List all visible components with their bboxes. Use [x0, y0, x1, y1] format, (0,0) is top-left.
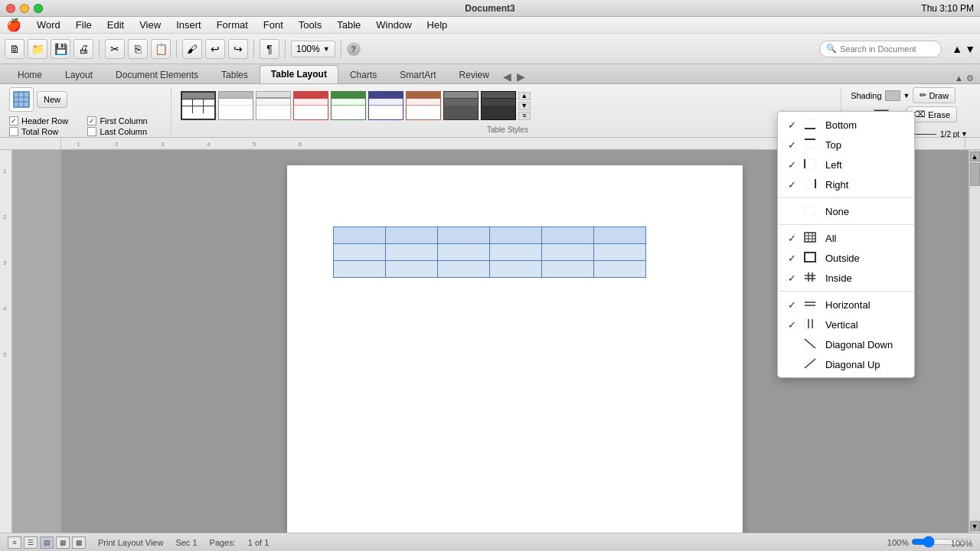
style-nav-down[interactable]: ▼	[518, 102, 531, 110]
toolbar-save[interactable]: 💾	[51, 39, 70, 59]
style-swatch-4[interactable]	[293, 91, 328, 120]
ribbon-toggle[interactable]: ▲	[955, 73, 963, 83]
svg-text:4: 4	[207, 141, 211, 148]
tab-charts[interactable]: Charts	[338, 66, 388, 83]
maximize-button[interactable]	[34, 4, 43, 13]
search-input[interactable]	[840, 44, 932, 54]
first-column-checkbox[interactable]: First Column	[87, 116, 164, 126]
scrollbar-v[interactable]: ▲ ▼	[969, 150, 980, 533]
menu-item-diagonal-down[interactable]: Diagonal Down	[778, 334, 914, 354]
zoom-control[interactable]: 100% ▼	[291, 41, 335, 57]
svg-text:5: 5	[253, 141, 256, 148]
total-row-checkbox[interactable]: Total Row	[9, 127, 86, 136]
new-button[interactable]: New	[37, 91, 67, 108]
toolbar-new[interactable]: 🗎	[5, 39, 24, 59]
close-button[interactable]	[6, 4, 15, 13]
window-title: Document3	[465, 3, 514, 14]
line-weight-arrow[interactable]: ▼	[961, 130, 968, 138]
menu-item-inside[interactable]: ✓ Inside	[778, 268, 914, 288]
style-swatch-5[interactable]	[331, 91, 366, 120]
toolbar-copy[interactable]: ⎘	[128, 39, 148, 59]
last-column-checkbox[interactable]: Last Column	[87, 127, 164, 136]
menu-window[interactable]: Window	[370, 18, 417, 32]
menu-item-vertical[interactable]: ✓ Vertical	[778, 315, 914, 334]
style-swatch-1[interactable]	[181, 91, 216, 120]
search-box[interactable]: 🔍	[819, 41, 942, 57]
tab-tables[interactable]: Tables	[210, 66, 260, 83]
scroll-up-btn[interactable]: ▲	[970, 152, 980, 161]
menu-item-horizontal[interactable]: ✓ Horizontal	[778, 295, 914, 315]
toolbar-undo[interactable]: ↩	[205, 39, 225, 59]
menu-item-outside[interactable]: ✓ Outside	[778, 248, 914, 268]
tab-table-layout[interactable]: Table Layout	[260, 65, 338, 83]
style-swatch-9[interactable]	[481, 91, 516, 120]
menu-format[interactable]: Format	[211, 18, 254, 32]
status-bar: ≡ ☰ ▤ ▦ ▩ Print Layout View Sec 1 Pages:…	[0, 533, 980, 551]
status-sec: Sec 1	[175, 538, 197, 547]
tab-review[interactable]: Review	[448, 66, 501, 83]
draw-button[interactable]: ✏ Draw	[913, 87, 956, 103]
scroll-down-btn[interactable]: ▼	[970, 521, 980, 531]
view-btn-1[interactable]: ≡	[8, 536, 21, 549]
ribbon-options[interactable]: ⚙	[966, 73, 974, 83]
toolbar-format-painter[interactable]: 🖌	[182, 39, 202, 59]
svg-line-50	[805, 339, 815, 348]
style-swatch-8[interactable]	[443, 91, 479, 120]
help-button[interactable]: ?	[347, 42, 361, 56]
toolbar-cut[interactable]: ✂	[105, 39, 125, 59]
style-nav-more[interactable]: ≡	[518, 112, 531, 120]
toolbar-paste[interactable]: 📋	[151, 39, 171, 59]
check-horizontal: ✓	[786, 299, 798, 311]
style-nav-up[interactable]: ▲	[518, 92, 531, 100]
ribbon-nav-left[interactable]: ◀	[501, 70, 514, 83]
table-cell	[490, 244, 542, 261]
svg-rect-38	[805, 272, 815, 282]
table-style-icon[interactable]	[9, 87, 34, 112]
view-btn-2[interactable]: ☰	[24, 536, 38, 549]
menu-tools[interactable]: Tools	[292, 18, 328, 32]
menu-font[interactable]: Font	[257, 18, 289, 32]
minimize-button[interactable]	[20, 4, 29, 13]
menu-edit[interactable]: Edit	[101, 18, 130, 32]
menu-item-diagonal-up[interactable]: Diagonal Up	[778, 354, 914, 374]
tab-home[interactable]: Home	[6, 66, 54, 83]
toolbar-print[interactable]: 🖨	[74, 39, 93, 59]
view-btn-4[interactable]: ▦	[56, 536, 70, 549]
ribbon-nav-right[interactable]: ▶	[514, 70, 528, 83]
menu-help[interactable]: Help	[421, 18, 454, 32]
style-swatch-6[interactable]	[368, 91, 403, 120]
menu-word[interactable]: Word	[31, 18, 67, 32]
nav-down[interactable]: ▼	[965, 43, 975, 55]
style-swatch-3[interactable]	[256, 91, 291, 120]
style-swatch-7[interactable]	[406, 91, 441, 120]
svg-rect-23	[805, 119, 815, 129]
toolbar-pilcrow[interactable]: ¶	[260, 39, 279, 59]
menu-item-bottom[interactable]: ✓ Bottom	[778, 115, 914, 135]
menu-item-all[interactable]: ✓ All	[778, 228, 914, 248]
tab-smartart[interactable]: SmartArt	[388, 66, 447, 83]
menu-item-right[interactable]: ✓ Right	[778, 174, 914, 194]
view-btn-3[interactable]: ▤	[40, 536, 54, 549]
style-swatch-2[interactable]	[218, 91, 253, 120]
tab-document-elements[interactable]: Document Elements	[104, 66, 210, 83]
toolbar-open[interactable]: 📁	[28, 39, 47, 59]
menu-item-top[interactable]: ✓ Top	[778, 135, 914, 155]
menu-item-left[interactable]: ✓ Left	[778, 155, 914, 174]
menu-table[interactable]: Table	[331, 18, 367, 32]
view-btn-5[interactable]: ▩	[72, 536, 86, 549]
menu-insert[interactable]: Insert	[170, 18, 207, 32]
menu-file[interactable]: File	[70, 18, 98, 32]
nav-up[interactable]: ▲	[952, 43, 962, 55]
document-table[interactable]	[333, 227, 646, 278]
svg-rect-46	[805, 319, 815, 328]
apple-menu[interactable]: 🍎	[6, 18, 21, 32]
zoom-arrow[interactable]: ▼	[323, 45, 330, 53]
scroll-thumb[interactable]	[970, 163, 980, 186]
shading-arrow[interactable]: ▼	[903, 92, 910, 99]
menu-view[interactable]: View	[133, 18, 167, 32]
shading-color[interactable]	[885, 90, 900, 101]
toolbar-redo[interactable]: ↪	[228, 39, 248, 59]
header-row-checkbox[interactable]: Header Row	[9, 116, 86, 126]
tab-layout[interactable]: Layout	[54, 66, 104, 83]
menu-item-none[interactable]: None	[778, 201, 914, 221]
